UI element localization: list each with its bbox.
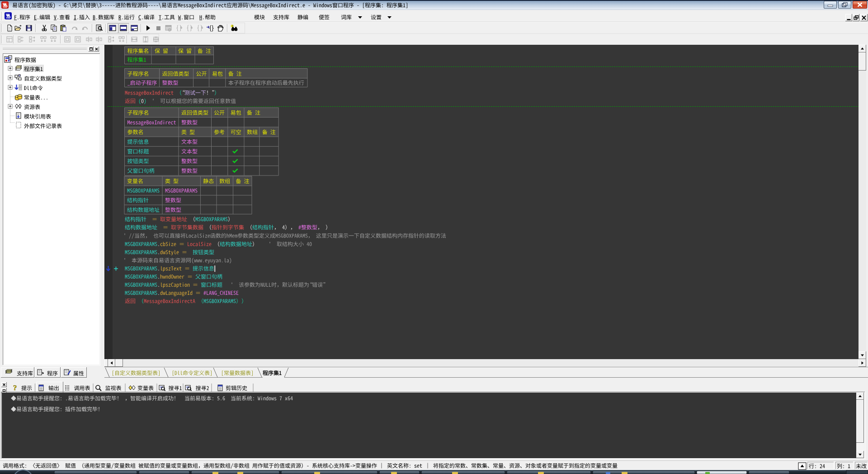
svg-text:?: ? [13,384,17,392]
